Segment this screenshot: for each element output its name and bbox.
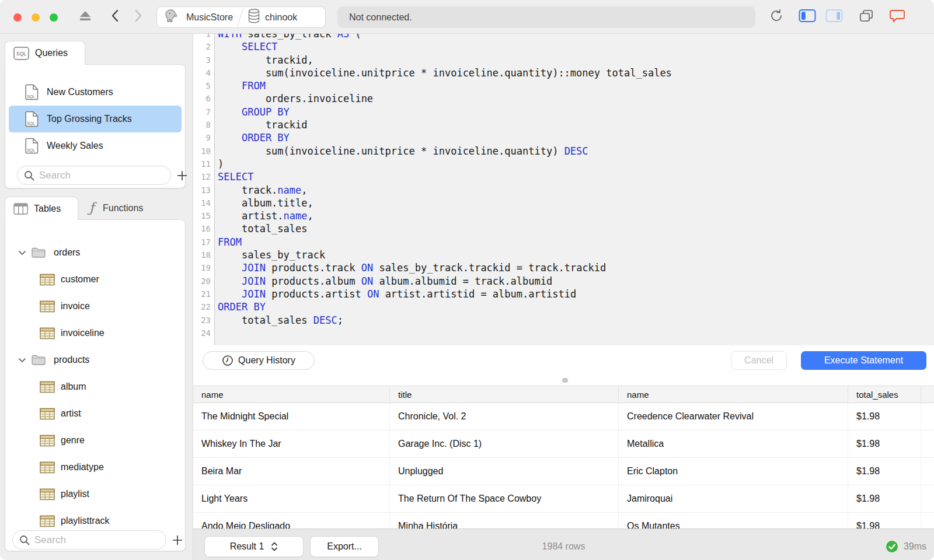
table-row-item[interactable]: invoiceline <box>5 320 185 346</box>
table-search-input[interactable] <box>34 534 151 546</box>
result-row[interactable]: Light YearsThe Return Of The Space Cowbo… <box>193 485 934 513</box>
table-row-item[interactable]: customer <box>5 266 185 293</box>
left-panel-icon <box>799 9 816 25</box>
tree-item-label: playlisttrack <box>61 516 110 526</box>
result-cell: Whiskey In The Jar <box>193 430 390 457</box>
sql-editor[interactable]: 123456789101112131415161718192021222324 … <box>193 34 934 345</box>
result-row[interactable]: The Midnight SpecialChronicle, Vol. 2Cre… <box>193 403 934 430</box>
line-number: 16 <box>193 222 211 235</box>
line-number: 18 <box>193 249 211 261</box>
column-header[interactable]: title <box>390 386 619 402</box>
row-count: 1984 rows <box>193 529 934 560</box>
window-tabs-button[interactable] <box>858 0 875 34</box>
table-row-item[interactable]: album <box>5 373 185 400</box>
code-line: ORDER BY <box>218 300 934 313</box>
sql-code[interactable]: WITH sales_by_track AS ( SELECT trackid,… <box>218 34 934 340</box>
result-cell: Light Years <box>193 485 390 512</box>
chevron-down-icon[interactable] <box>18 250 26 256</box>
export-button[interactable]: Export... <box>310 536 379 557</box>
stepper-icon <box>271 541 278 552</box>
column-header[interactable] <box>921 386 934 402</box>
results-status-bar: Result 1 Export... 1984 rows 39ms <box>193 528 934 560</box>
schema-folder-row[interactable]: products <box>5 346 185 373</box>
column-header[interactable]: total_sales <box>848 386 921 402</box>
queries-panel: SQLNew CustomersSQLTop Grossing TracksSQ… <box>5 64 186 188</box>
chevron-down-icon[interactable] <box>18 358 26 363</box>
result-cell: $1.98 <box>848 403 921 430</box>
close-window-button[interactable] <box>13 13 22 22</box>
toggle-right-sidebar-button[interactable] <box>825 0 844 34</box>
tab-queries-label: Queries <box>35 48 68 58</box>
reload-button[interactable] <box>768 0 785 34</box>
query-history-button[interactable]: Query History <box>203 351 315 370</box>
result-selector[interactable]: Result 1 <box>204 536 304 557</box>
table-grid-icon <box>40 300 55 313</box>
svg-text:ƒ: ƒ <box>87 200 97 215</box>
toggle-left-sidebar-button[interactable] <box>798 0 817 34</box>
split-drag-handle[interactable] <box>562 378 568 383</box>
line-number: 4 <box>193 66 211 79</box>
code-line: WITH sales_by_track AS ( <box>218 34 934 40</box>
svg-text:SQL: SQL <box>27 148 35 153</box>
table-grid-icon <box>40 515 55 527</box>
breadcrumb-separator <box>237 8 243 27</box>
code-line: artist.name, <box>218 209 934 222</box>
result-row[interactable]: Whiskey In The JarGarage Inc. (Disc 1)Me… <box>193 430 934 458</box>
result-cell: $1.98 <box>848 458 921 485</box>
add-query-button[interactable] <box>176 169 189 182</box>
feedback-button[interactable] <box>888 0 907 34</box>
breadcrumb-item-server[interactable]: MusicStore <box>164 9 233 26</box>
breadcrumb-item-database[interactable]: chinook <box>248 8 297 26</box>
back-button[interactable] <box>110 0 120 34</box>
code-line: FROM <box>218 79 934 92</box>
line-number: 1 <box>193 34 211 40</box>
tree-item-label: invoiceline <box>61 328 104 338</box>
tree-item-label: invoice <box>61 301 90 312</box>
table-row-item[interactable]: artist <box>5 400 185 427</box>
column-header[interactable]: name <box>619 386 848 402</box>
tree-item-label: customer <box>61 274 99 285</box>
folder-icon <box>31 247 46 258</box>
line-number: 23 <box>193 314 211 327</box>
breadcrumb: MusicStore chinook <box>156 6 326 28</box>
overlapping-windows-icon <box>859 9 874 25</box>
column-header[interactable]: name <box>193 386 390 402</box>
code-line: SELECT <box>218 170 934 183</box>
tree-item-label: artist <box>61 408 81 419</box>
code-line: ) <box>218 158 934 170</box>
tab-queries[interactable]: SQL Queries <box>5 41 85 65</box>
table-grid-icon <box>40 327 55 340</box>
line-number: 19 <box>193 261 211 274</box>
table-grid-icon <box>40 381 55 393</box>
minimize-window-button[interactable] <box>32 13 40 22</box>
plus-icon <box>176 169 189 182</box>
tab-tables[interactable]: Tables <box>5 197 78 220</box>
schema-folder-row[interactable]: orders <box>5 239 185 266</box>
result-cell <box>921 403 934 430</box>
query-list-item[interactable]: SQLWeekly Sales <box>9 132 182 159</box>
result-row[interactable]: Beira MarUnpluggedEric Clapton$1.98 <box>193 458 934 485</box>
result-cell: Creedence Clearwater Revival <box>619 403 848 430</box>
result-cell: Metallica <box>619 430 848 457</box>
query-search-input[interactable] <box>39 170 156 181</box>
table-row-item[interactable]: genre <box>5 427 185 454</box>
add-table-button[interactable] <box>171 534 184 547</box>
tab-functions[interactable]: ƒ Functions <box>78 197 166 220</box>
table-row-item[interactable]: invoice <box>5 293 185 320</box>
table-row-item[interactable]: playlist <box>5 481 185 508</box>
forward-button[interactable] <box>133 0 144 34</box>
line-numbers: 123456789101112131415161718192021222324 <box>193 34 211 340</box>
disconnect-button[interactable] <box>77 0 93 34</box>
zoom-window-button[interactable] <box>50 13 58 22</box>
cancel-button[interactable]: Cancel <box>731 351 787 370</box>
result-cell <box>921 458 934 485</box>
line-number: 12 <box>193 170 211 183</box>
svg-text:SQL: SQL <box>27 94 35 99</box>
table-row-item[interactable]: mediatype <box>5 454 185 481</box>
execute-statement-button[interactable]: Execute Statement <box>801 351 926 370</box>
query-search-field <box>17 166 171 185</box>
query-list-item[interactable]: SQLNew Customers <box>9 79 182 106</box>
query-list-item[interactable]: SQLTop Grossing Tracks <box>9 106 182 132</box>
database-icon <box>248 8 260 26</box>
line-number: 20 <box>193 275 211 288</box>
